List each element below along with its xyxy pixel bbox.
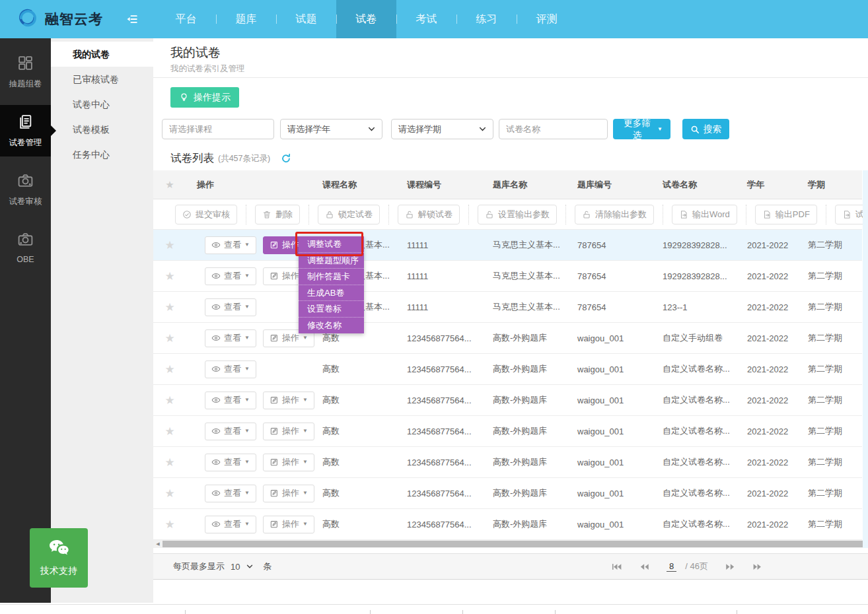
nav-tab-3[interactable]: 试题 bbox=[276, 0, 336, 38]
cell-paper: 自定义试卷名称... bbox=[652, 363, 737, 375]
view-button[interactable]: 查看▼ bbox=[205, 454, 256, 471]
operate-button[interactable]: 操作▼ bbox=[263, 485, 314, 502]
tech-support-button[interactable]: 技术支持 bbox=[30, 528, 88, 588]
view-button[interactable]: 查看▼ bbox=[205, 236, 256, 254]
paper-name-filter-input[interactable] bbox=[499, 119, 608, 139]
nav-tab-7[interactable]: 评测 bbox=[517, 0, 577, 38]
table-row-3[interactable]: ★查看▼马克思主义基本...11111马克思主义基本...787654123--… bbox=[153, 292, 862, 323]
view-button[interactable]: 查看▼ bbox=[205, 329, 256, 347]
context-menu-item-3[interactable]: 制作答题卡 bbox=[299, 269, 364, 285]
course-filter-input[interactable] bbox=[162, 119, 274, 139]
nav-tab-6[interactable]: 练习 bbox=[456, 0, 517, 38]
operation-tips-button[interactable]: 操作提示 bbox=[170, 87, 239, 108]
edit-icon bbox=[270, 271, 279, 281]
view-button[interactable]: 查看▼ bbox=[205, 360, 256, 378]
operate-context-menu: 调整试卷调整题型顺序制作答题卡生成AB卷设置卷标修改名称 bbox=[299, 236, 364, 333]
table-row-10[interactable]: ★查看▼操作▼高数123456877564...高数-外购题库waigou_00… bbox=[153, 509, 862, 540]
unlock-icon bbox=[405, 210, 414, 219]
view-button[interactable]: 查看▼ bbox=[205, 485, 256, 502]
eye-icon bbox=[211, 240, 221, 250]
favorite-star-icon[interactable]: ★ bbox=[153, 393, 186, 407]
table-row-8[interactable]: ★查看▼操作▼高数123456877564...高数-外购题库waigou_00… bbox=[153, 447, 862, 478]
operate-button-label: 操作 bbox=[282, 456, 299, 468]
table-row-7[interactable]: ★查看▼操作▼高数123456877564...高数-外购题库waigou_00… bbox=[153, 416, 862, 447]
bottom-tick bbox=[370, 610, 371, 614]
operate-button[interactable]: 操作▼ bbox=[263, 392, 314, 409]
refresh-icon[interactable] bbox=[281, 153, 291, 164]
view-button[interactable]: 查看▼ bbox=[205, 516, 256, 533]
sidebar-item-1[interactable]: 抽题组卷 bbox=[0, 46, 51, 98]
scroll-left-icon[interactable]: ◀ bbox=[153, 540, 163, 548]
toolbar-button-1[interactable]: 提交审核 bbox=[175, 205, 237, 224]
toolbar-button-3[interactable]: 锁定试卷 bbox=[318, 205, 380, 224]
sidebar-item-4[interactable]: OBE bbox=[0, 222, 51, 272]
view-button[interactable]: 查看▼ bbox=[205, 267, 256, 285]
table-row-2[interactable]: ★查看▼操作▼马克思主义基本...11111马克思主义基本...78765419… bbox=[153, 261, 862, 292]
favorite-star-icon[interactable]: ★ bbox=[153, 269, 186, 283]
favorite-star-icon[interactable]: ★ bbox=[153, 238, 186, 252]
favorite-star-icon[interactable]: ★ bbox=[153, 300, 186, 314]
app-logo[interactable]: 融智云考 bbox=[16, 7, 103, 31]
cell-bank: 高数-外购题库 bbox=[482, 363, 567, 375]
favorite-star-icon[interactable]: ★ bbox=[153, 362, 186, 376]
operate-button[interactable]: 操作▼ bbox=[263, 454, 314, 471]
favorite-star-icon[interactable]: ★ bbox=[153, 518, 186, 531]
last-page-icon[interactable] bbox=[752, 562, 764, 572]
favorite-star-icon[interactable]: ★ bbox=[153, 425, 186, 438]
more-filters-button[interactable]: 更多筛选▼ bbox=[613, 119, 670, 139]
favorite-star-icon[interactable]: ★ bbox=[153, 456, 186, 469]
nav-tab-4[interactable]: 试卷 bbox=[336, 0, 396, 38]
view-button[interactable]: 查看▼ bbox=[205, 423, 256, 440]
submenu-item-4[interactable]: 试卷模板 bbox=[51, 117, 153, 142]
toolbar-group: 锁定试卷 bbox=[309, 205, 389, 224]
next-page-icon[interactable] bbox=[725, 562, 736, 572]
operate-button[interactable]: 操作▼ bbox=[263, 423, 314, 440]
operate-button[interactable]: 操作▼ bbox=[263, 516, 314, 533]
context-menu-item-1[interactable]: 调整试卷 bbox=[299, 236, 364, 253]
current-page-input[interactable]: 8 bbox=[667, 561, 676, 572]
toolbar-button-4[interactable]: 解锁试卷 bbox=[398, 205, 460, 224]
scrollbar-thumb[interactable] bbox=[163, 541, 867, 547]
toolbar-button-8[interactable]: 输出PDF bbox=[755, 205, 817, 224]
table-row-1[interactable]: ★查看▼操作▶马克思主义基本...11111马克思主义基本...78765419… bbox=[153, 230, 862, 261]
context-menu-item-6[interactable]: 修改名称 bbox=[299, 318, 364, 334]
submenu-item-2[interactable]: 已审核试卷 bbox=[51, 67, 153, 92]
favorite-star-icon[interactable]: ★ bbox=[153, 487, 186, 500]
term-select[interactable]: 请选择学期 bbox=[391, 119, 493, 139]
sidebar-item-3[interactable]: 试卷审核 bbox=[0, 164, 51, 215]
table-row-9[interactable]: ★查看▼操作▼高数123456877564...高数-外购题库waigou_00… bbox=[153, 478, 862, 509]
toolbar-button-7[interactable]: 输出Word bbox=[672, 205, 737, 224]
nav-tab-1[interactable]: 平台 bbox=[156, 0, 216, 38]
submenu-item-1[interactable]: 我的试卷 bbox=[51, 42, 153, 67]
context-menu-item-4[interactable]: 生成AB卷 bbox=[299, 285, 364, 302]
table-row-6[interactable]: ★查看▼操作▼高数123456877564...高数-外购题库waigou_00… bbox=[153, 385, 862, 416]
page-size-select[interactable]: 每页最多显示 10 条 bbox=[173, 561, 271, 572]
collapse-sidebar-icon[interactable] bbox=[126, 13, 139, 25]
module-sidebar: 抽题组卷试卷管理试卷审核OBE bbox=[0, 38, 51, 603]
previous-page-icon[interactable] bbox=[639, 562, 650, 572]
context-menu-item-2[interactable]: 调整题型顺序 bbox=[299, 253, 364, 269]
submenu-item-5[interactable]: 任务中心 bbox=[51, 142, 153, 167]
search-button[interactable]: 搜索 bbox=[682, 119, 729, 139]
submenu-item-3[interactable]: 试卷中心 bbox=[51, 92, 153, 117]
cell-bank: 马克思主义基本... bbox=[482, 270, 567, 282]
sidebar-item-2[interactable]: 试卷管理 bbox=[0, 105, 51, 156]
toolbar-button-6[interactable]: 清除输出参数 bbox=[575, 205, 654, 224]
first-page-icon[interactable] bbox=[611, 562, 622, 572]
cell-course: 高数 bbox=[312, 456, 396, 468]
horizontal-scrollbar[interactable]: ◀ bbox=[153, 540, 868, 548]
nav-tab-5[interactable]: 考试 bbox=[396, 0, 456, 38]
context-menu-item-5[interactable]: 设置卷标 bbox=[299, 301, 364, 318]
favorite-star-icon[interactable]: ★ bbox=[153, 331, 186, 345]
nav-tab-2[interactable]: 题库 bbox=[216, 0, 276, 38]
table-row-4[interactable]: ★查看▼操作▼高数123456877564...高数-外购题库waigou_00… bbox=[153, 323, 862, 354]
view-button[interactable]: 查看▼ bbox=[205, 298, 256, 316]
header-star-icon[interactable]: ★ bbox=[153, 179, 186, 191]
table-row-5[interactable]: ★查看▼高数123456877564...高数-外购题库waigou_001自定… bbox=[153, 354, 862, 385]
toolbar-button-5[interactable]: 设置输出参数 bbox=[478, 205, 557, 224]
eye-icon bbox=[211, 364, 221, 374]
table-right-strip bbox=[863, 170, 868, 548]
toolbar-button-2[interactable]: 删除 bbox=[255, 205, 300, 224]
view-button[interactable]: 查看▼ bbox=[205, 392, 256, 409]
year-select[interactable]: 请选择学年 bbox=[280, 119, 382, 139]
